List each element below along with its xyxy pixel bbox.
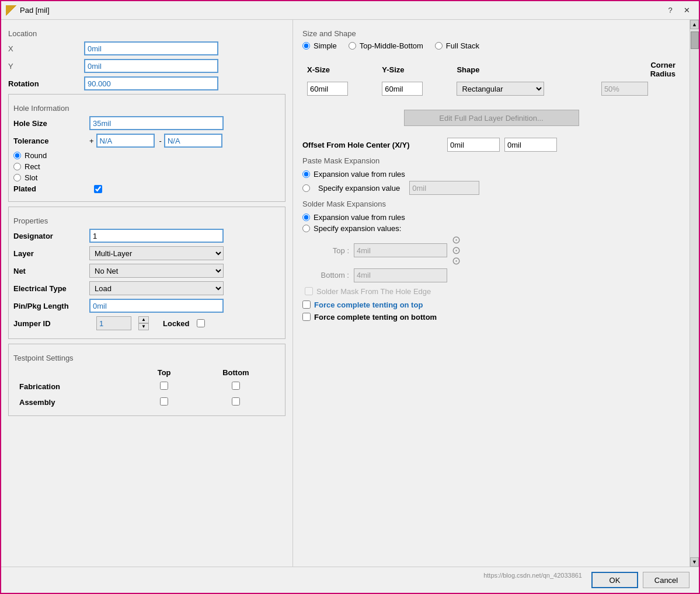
top-middle-bottom-label[interactable]: Top-Middle-Bottom bbox=[360, 41, 423, 50]
slot-label[interactable]: Slot bbox=[25, 173, 37, 182]
solder-specify-row: Specify expansion values: bbox=[302, 224, 680, 233]
locked-checkbox[interactable] bbox=[197, 319, 205, 327]
paste-specify-input[interactable] bbox=[409, 181, 479, 195]
hole-size-input[interactable] bbox=[89, 116, 224, 130]
solder-from-hole-edge-checkbox[interactable] bbox=[305, 287, 313, 295]
shape-select[interactable]: Rectangular Round Chamfered bbox=[457, 82, 544, 96]
force-bottom-tenting-checkbox[interactable] bbox=[302, 313, 311, 321]
rect-radio[interactable] bbox=[13, 163, 21, 170]
rotation-input[interactable] bbox=[84, 76, 218, 90]
round-radio[interactable] bbox=[13, 152, 21, 159]
x-size-input[interactable] bbox=[307, 82, 348, 96]
scroll-thumb[interactable] bbox=[691, 32, 699, 49]
solder-expansion-from-rules-radio[interactable] bbox=[302, 214, 310, 221]
solder-top-input[interactable] bbox=[354, 243, 447, 257]
scroll-down-button[interactable]: ▼ bbox=[690, 557, 699, 567]
solder-mask-title: Solder Mask Expansions bbox=[302, 200, 680, 208]
force-top-tenting-checkbox[interactable] bbox=[302, 301, 311, 309]
slot-radio-row: Slot bbox=[13, 173, 280, 182]
solder-top-row: Top : ⊙ ⊙ ⊙ bbox=[314, 235, 680, 266]
top-middle-bottom-radio[interactable] bbox=[349, 42, 356, 50]
full-stack-radio-row: Full Stack bbox=[435, 41, 479, 50]
solder-bottom-row: Bottom : bbox=[314, 268, 680, 282]
offset-label: Offset From Hole Center (X/Y) bbox=[302, 141, 443, 149]
full-stack-radio[interactable] bbox=[435, 42, 443, 50]
ok-button[interactable]: OK bbox=[591, 572, 638, 588]
spinner-down[interactable]: ▼ bbox=[138, 323, 149, 330]
designator-label: Designator bbox=[13, 232, 89, 240]
fabrication-top-checkbox[interactable] bbox=[160, 382, 168, 390]
testpoint-bottom-col: Bottom bbox=[193, 367, 279, 378]
layer-select[interactable]: Multi-Layer bbox=[89, 246, 224, 260]
tolerance-row: Tolerance + - bbox=[13, 134, 280, 148]
pin-pkg-input[interactable] bbox=[89, 299, 224, 313]
help-button[interactable]: ? bbox=[663, 4, 678, 17]
solder-specify-label[interactable]: Specify expansion values: bbox=[314, 224, 401, 233]
corner-radius-input[interactable] bbox=[601, 82, 648, 96]
paste-specify-radio[interactable] bbox=[302, 184, 310, 192]
paste-expansion-from-rules-radio[interactable] bbox=[302, 170, 310, 178]
size-shape-radio-group: Simple Top-Middle-Bottom Full Stack bbox=[302, 41, 680, 53]
right-panel: Size and Shape Simple Top-Middle-Bottom … bbox=[293, 20, 689, 567]
size-shape-table: X-Size Y-Size Shape CornerRadius Rectang… bbox=[302, 60, 680, 98]
solder-bottom-input[interactable] bbox=[354, 268, 447, 282]
url-area: https://blog.csdn.net/qn_42033861 bbox=[11, 572, 587, 588]
offset-y-input[interactable] bbox=[504, 138, 557, 152]
plus-sign: + bbox=[89, 137, 94, 145]
solder-specify-radio[interactable] bbox=[302, 225, 310, 232]
right-scrollbar[interactable]: ▲ ▼ bbox=[689, 20, 699, 567]
shape-col-header: Shape bbox=[452, 60, 596, 79]
assembly-bottom-checkbox[interactable] bbox=[232, 397, 240, 406]
tolerance-minus-input[interactable] bbox=[164, 134, 222, 148]
paste-mask-title: Paste Mask Expansion bbox=[302, 156, 680, 165]
jumper-spinner[interactable]: ▲ ▼ bbox=[138, 316, 149, 330]
force-top-tenting-label[interactable]: Force complete tenting on top bbox=[314, 301, 423, 309]
rect-label[interactable]: Rect bbox=[25, 162, 40, 171]
dialog-pad: Pad [mil] ? ✕ Location X Y Rotation bbox=[0, 0, 700, 594]
edit-pad-button[interactable]: Edit Full Pad Layer Definition... bbox=[404, 110, 579, 126]
x-input[interactable] bbox=[84, 41, 218, 55]
designator-input[interactable] bbox=[89, 229, 224, 243]
y-size-col-header: Y-Size bbox=[377, 60, 452, 79]
slot-radio[interactable] bbox=[13, 174, 21, 181]
assembly-label: Assembly bbox=[15, 395, 135, 410]
rect-radio-row: Rect bbox=[13, 162, 280, 171]
simple-label[interactable]: Simple bbox=[314, 41, 337, 50]
simple-radio[interactable] bbox=[302, 42, 310, 50]
plated-checkbox[interactable] bbox=[94, 185, 102, 193]
hole-size-label: Hole Size bbox=[13, 119, 89, 128]
net-select[interactable]: No Net bbox=[89, 264, 224, 278]
close-button[interactable]: ✕ bbox=[679, 4, 694, 17]
paste-expansion-from-rules-row: Expansion value from rules bbox=[302, 170, 680, 179]
title-bar: Pad [mil] ? ✕ bbox=[1, 1, 699, 20]
size-shape-data-row: Rectangular Round Chamfered bbox=[302, 79, 680, 98]
round-label[interactable]: Round bbox=[25, 151, 47, 160]
minus-sign: - bbox=[159, 137, 162, 145]
full-stack-label[interactable]: Full Stack bbox=[446, 41, 479, 50]
y-size-input[interactable] bbox=[382, 82, 423, 96]
testpoint-title: Testpoint Settings bbox=[13, 354, 280, 362]
tolerance-plus-input[interactable] bbox=[96, 134, 155, 148]
y-input[interactable] bbox=[84, 59, 218, 73]
force-top-tenting-row: Force complete tenting on top bbox=[302, 301, 680, 309]
solder-expansion-from-rules-row: Expansion value from rules bbox=[302, 213, 680, 222]
solder-bottom-label: Bottom : bbox=[314, 271, 349, 279]
paste-specify-label[interactable]: Specify expansion value bbox=[318, 184, 400, 193]
assembly-top-checkbox[interactable] bbox=[160, 397, 168, 406]
solder-expansion-from-rules-label[interactable]: Expansion value from rules bbox=[314, 213, 405, 222]
cancel-button[interactable]: Cancel bbox=[643, 572, 689, 588]
spinner-up[interactable]: ▲ bbox=[138, 316, 149, 323]
dialog-title: Pad [mil] bbox=[20, 6, 663, 15]
force-bottom-tenting-label[interactable]: Force complete tenting on bottom bbox=[314, 313, 437, 322]
paste-expansion-from-rules-label[interactable]: Expansion value from rules bbox=[314, 170, 405, 179]
top-middle-bottom-radio-row: Top-Middle-Bottom bbox=[349, 41, 423, 50]
fabrication-bottom-checkbox[interactable] bbox=[232, 382, 240, 390]
size-shape-title: Size and Shape bbox=[302, 29, 680, 38]
properties-title: Properties bbox=[13, 216, 280, 225]
offset-x-input[interactable] bbox=[447, 138, 500, 152]
locked-label: Locked bbox=[163, 319, 190, 328]
jumper-id-input[interactable] bbox=[96, 316, 131, 330]
electrical-type-select[interactable]: Load bbox=[89, 281, 224, 295]
paste-specify-row: Specify expansion value bbox=[302, 181, 680, 195]
scroll-up-button[interactable]: ▲ bbox=[690, 20, 699, 29]
